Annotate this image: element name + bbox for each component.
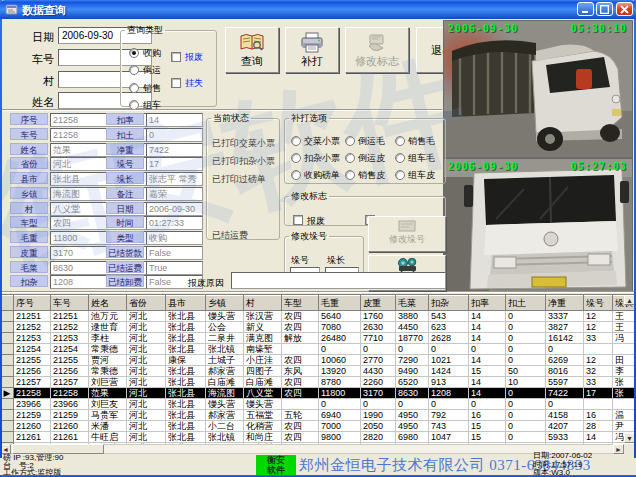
query-button[interactable]: 查询 — [225, 27, 279, 73]
table-cell: 刘巨营 — [89, 377, 127, 388]
table-cell: 二泉井 — [206, 333, 244, 344]
detail-right-label: 时间 — [106, 216, 144, 228]
detail-left-label: 序号 — [10, 113, 48, 125]
window-frame-left — [0, 0, 2, 458]
table-row[interactable]: 2125221252逯世育河北张北县公会新义农四7080263044506231… — [1, 322, 636, 333]
reprint-radio-4[interactable] — [291, 153, 301, 163]
row-selector-cell[interactable] — [1, 311, 14, 322]
table-cell: 解放 — [282, 333, 319, 344]
row-selector-cell[interactable] — [1, 410, 14, 421]
reprint-radio-1[interactable] — [291, 136, 301, 146]
query-type-radio-1[interactable] — [129, 48, 139, 58]
table-row[interactable]: 2396623966刘巨友河北张北县馒头营馒头营0000000 — [1, 399, 636, 410]
row-selector-cell[interactable] — [1, 355, 14, 366]
reprint-radio-7[interactable] — [291, 170, 301, 180]
table-cell: 13920 — [319, 366, 361, 377]
scrap-reason-input[interactable] — [231, 272, 446, 289]
detail-left-label: 皮重 — [10, 246, 48, 258]
table-cell: 康保 — [166, 355, 206, 366]
row-selector-cell[interactable]: ▶ — [1, 388, 14, 399]
reprint-radio-8[interactable] — [345, 170, 355, 180]
flag-checkbox-1[interactable] — [171, 52, 181, 62]
table-header-row: 序号车号姓名省份县市乡镇村车型毛重皮重毛菜扣杂扣率扣土净重垛号垛长 — [1, 296, 636, 311]
table-cell: 农四 — [282, 322, 319, 333]
table-cell: 21254 — [14, 344, 51, 355]
query-field-label: 姓名 — [14, 95, 54, 110]
table-row[interactable]: 2125921259马贵军河北张北县郝家营五福堂五轮69401990495079… — [1, 410, 636, 421]
row-selector-cell[interactable] — [1, 421, 14, 432]
row-selector-cell[interactable] — [1, 377, 14, 388]
reprint-radio-3[interactable] — [395, 136, 405, 146]
reprint-radio-2[interactable] — [345, 136, 355, 146]
query-type-radio-3[interactable] — [129, 83, 139, 93]
table-cell: 张北县 — [166, 399, 206, 410]
table-cell: 0 — [319, 399, 361, 410]
minimize-button[interactable] — [577, 2, 594, 16]
table-cell: 海流图 — [206, 388, 244, 399]
detail-right-label: 净重 — [106, 143, 144, 155]
table-row[interactable]: 2125421254常秉德河北张北县张北镇南壕堑0000000 — [1, 344, 636, 355]
row-selector-cell[interactable] — [1, 366, 14, 377]
modify-stack-button[interactable]: 修改垛号 — [368, 216, 446, 252]
query-field-label: 村 — [14, 74, 54, 89]
status-extra-line: 已结运费 — [212, 229, 248, 242]
table-cell: 14 — [469, 333, 506, 344]
table-cell: 5597 — [546, 377, 584, 388]
table-cell: 8780 — [319, 377, 361, 388]
table-row[interactable]: 2126021260米潘河北张北县小二台化稍营农四700020504950743… — [1, 421, 636, 432]
modify-flag-button[interactable]: 修改标志 — [345, 27, 409, 73]
table-cell: 23966 — [14, 399, 51, 410]
table-cell: 913 — [429, 377, 469, 388]
query-type-option-label: 倒运 — [143, 64, 161, 77]
table-cell: 11800 — [319, 388, 361, 399]
row-selector-cell[interactable] — [1, 399, 14, 410]
modify-flag-checkbox-1[interactable] — [293, 215, 303, 225]
table-cell: 张北县 — [166, 432, 206, 443]
table-row[interactable]: 2125721257刘巨营河北张北县白庙滩白庙滩农四87802260652091… — [1, 377, 636, 388]
detail-right-label: 已结运费 — [106, 261, 144, 273]
table-cell: 14 — [469, 311, 506, 322]
row-selector-cell[interactable] — [1, 322, 14, 333]
table-row[interactable]: 2126121261牛旺启河北张北县张北镇和尚庄农四98002820698010… — [1, 432, 636, 443]
flag-checkbox-2[interactable] — [171, 78, 181, 88]
scroll-right-button[interactable]: ► — [613, 444, 624, 454]
reprint-radio-6[interactable] — [395, 153, 405, 163]
row-selector-cell[interactable] — [1, 432, 14, 443]
table-row[interactable]: 2125521255贾河河北康保土城子小庄洼农四1006027707290102… — [1, 355, 636, 366]
column-header: 毛重 — [319, 296, 361, 311]
vendor-badge: 衡安 软件 — [256, 455, 296, 476]
table-cell: 792 — [429, 410, 469, 421]
detail-left-label: 毛重 — [10, 231, 48, 243]
table-cell: 2628 — [429, 333, 469, 344]
table-cell: 28 — [584, 421, 613, 432]
table-cell: 2820 — [361, 432, 396, 443]
maximize-button[interactable] — [596, 2, 613, 16]
table-cell: 贾河 — [89, 355, 127, 366]
detail-right-label: 已结卸费 — [106, 275, 144, 287]
table-row[interactable]: 2125321253李柱河北张北县二泉井满克图解放264807710187702… — [1, 333, 636, 344]
table-cell: 五轮 — [282, 410, 319, 421]
table-row[interactable]: ▶2125821258范果河北张北县海流图八义堂农四11800317086301… — [1, 388, 636, 399]
table-cell: 9490 — [396, 366, 429, 377]
table-row[interactable]: 2125121251池万元河北张北县馒头营张汉营农四56401760388054… — [1, 311, 636, 322]
table-cell: 7080 — [319, 322, 361, 333]
row-selector-cell[interactable] — [1, 344, 14, 355]
reprint-radio-5[interactable] — [345, 153, 355, 163]
column-header: 车号 — [51, 296, 89, 311]
table-cell: 15 — [469, 366, 506, 377]
column-header: 扣土 — [506, 296, 546, 311]
table-cell: 0 — [396, 399, 429, 410]
table-cell: 河北 — [127, 399, 166, 410]
table-row[interactable]: 2125621256常秉德河北张北县郝家营四图子东风13920443094901… — [1, 366, 636, 377]
reprint-button[interactable]: 补打 — [285, 27, 339, 73]
reprint-options-legend: 补打选项 — [289, 112, 329, 125]
query-type-radio-2[interactable] — [129, 65, 139, 75]
row-selector-cell[interactable] — [1, 333, 14, 344]
reprint-radio-9[interactable] — [395, 170, 405, 180]
column-header: 村 — [244, 296, 282, 311]
table-cell: 张北县 — [166, 344, 206, 355]
close-button[interactable] — [616, 2, 633, 16]
table-cell: 王 — [613, 322, 636, 333]
table-cell: 3880 — [396, 311, 429, 322]
column-header: 扣率 — [469, 296, 506, 311]
